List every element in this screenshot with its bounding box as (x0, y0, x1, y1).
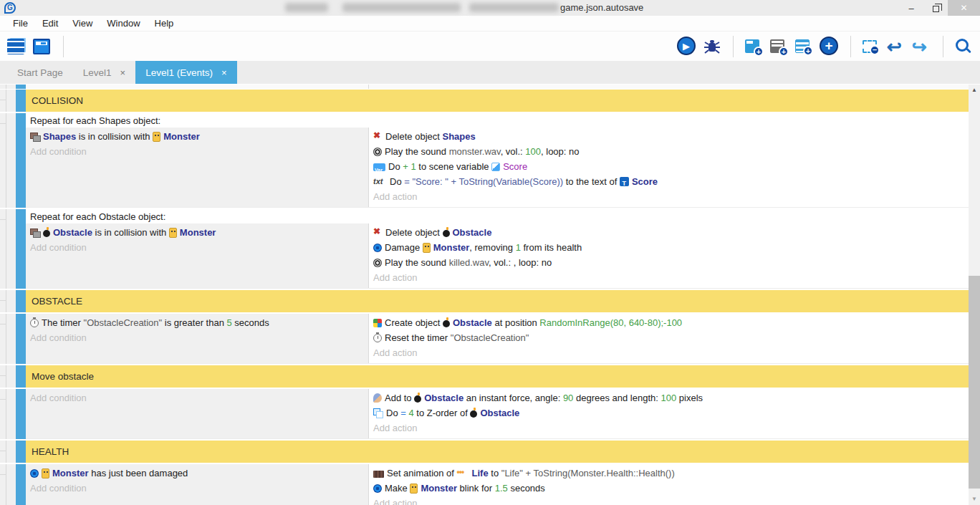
action-line[interactable]: Reset the timer "ObstacleCreation" (369, 330, 969, 345)
condition-line[interactable]: The timer "ObstacleCreation" is greater … (26, 315, 368, 330)
event-group-header[interactable]: OBSTACLE (26, 290, 969, 312)
play-icon[interactable]: ▶ (677, 37, 697, 57)
timer-icon (373, 334, 382, 342)
menu-edit[interactable]: Edit (35, 18, 65, 29)
undo-icon[interactable]: ↩ (887, 37, 907, 57)
scroll-down-icon[interactable]: ▼ (969, 494, 980, 505)
condition-line[interactable]: Obstacle is in collision with Monster (26, 225, 368, 240)
tree-rail (0, 113, 16, 208)
text-segment: to Z-order of (414, 408, 471, 418)
project-manager-glyph (7, 39, 24, 54)
action-line[interactable]: Create object Obstacle at position Rando… (369, 315, 969, 330)
repeat-header[interactable]: Repeat for each Shapes object: (26, 113, 969, 128)
action-line[interactable]: Damage Monster, removing 1 from its heal… (369, 240, 969, 255)
text-segment: Play the sound (385, 146, 449, 157)
event-columns: Obstacle is in collision with MonsterAdd… (26, 223, 969, 288)
monster-icon (153, 132, 160, 142)
add-condition-button[interactable]: Add condition (26, 144, 368, 159)
sound-icon (373, 148, 382, 156)
vertical-scrollbar[interactable]: ▲ ▼ (969, 85, 980, 505)
restore-icon[interactable] (923, 0, 948, 16)
toolbar-separator (733, 36, 734, 57)
action-line[interactable]: Do = 4 to Z-order of Obstacle (369, 405, 969, 420)
action-line[interactable]: Do + 1 to scene variable Score (369, 159, 969, 174)
add-action-button[interactable]: Add action (369, 270, 969, 285)
tree-rail (0, 365, 16, 388)
event-columns: Monster has just been damagedAdd conditi… (26, 464, 969, 505)
tab-level1[interactable]: Level1 × (73, 61, 135, 84)
repeat-header[interactable]: Repeat for each Obstacle object: (26, 209, 969, 223)
tab-start-page[interactable]: Start Page (7, 61, 73, 84)
add-circle-icon[interactable]: + (820, 37, 840, 57)
text-segment: Reset the timer (385, 332, 451, 343)
plus-badge-icon: + (779, 47, 789, 57)
add-condition-button[interactable]: Add condition (26, 240, 368, 255)
action-line[interactable]: Delete object Shapes (369, 129, 969, 144)
text-segment: Monster (433, 242, 470, 253)
event-group-header[interactable]: HEALTH (26, 441, 969, 463)
text-segment: + 1 (403, 161, 415, 172)
remove-selection-icon[interactable]: – (862, 37, 882, 57)
menu-help[interactable]: Help (148, 18, 181, 29)
monster-icon (410, 484, 418, 494)
title-redacted-block (285, 3, 328, 12)
health-icon (373, 244, 382, 252)
event-group-header[interactable]: Move obstacle (26, 365, 969, 388)
text-segment: is in collision with (76, 131, 153, 142)
action-line[interactable]: Make Monster blink for 1.5 seconds (369, 481, 969, 496)
text-segment: 100 (661, 393, 677, 403)
tab-close-icon[interactable]: × (120, 67, 126, 78)
menu-view[interactable]: View (65, 18, 100, 29)
close-icon[interactable]: ✕ (948, 0, 980, 16)
event-group-header[interactable]: COLLISION (26, 90, 969, 112)
actions-column: Delete object ObstacleDamage Monster, re… (369, 223, 969, 288)
search-icon[interactable] (954, 37, 974, 57)
action-line[interactable]: Set animation of Life to "Life" + ToStri… (369, 466, 969, 481)
event-selection-bar (16, 113, 26, 208)
project-manager-icon[interactable] (6, 37, 26, 57)
bomb-icon (43, 230, 50, 237)
scene-editor-icon[interactable] (32, 37, 52, 57)
minimize-icon[interactable]: – (899, 0, 923, 16)
scroll-up-icon[interactable]: ▲ (969, 85, 980, 96)
text-segment: Life (472, 468, 489, 478)
collision-icon (30, 132, 40, 141)
tree-rail (0, 85, 16, 89)
text-object-icon (620, 177, 629, 186)
add-action-button[interactable]: Add action (369, 496, 969, 505)
text-segment: "ObstacleCreation" (84, 317, 163, 328)
add-condition-button[interactable]: Add condition (26, 390, 368, 405)
toolbar-separator (943, 36, 943, 57)
scrollbar-thumb[interactable] (969, 276, 980, 489)
text-segment: 1 (516, 242, 521, 253)
text-segment: to the text of (563, 176, 620, 187)
condition-line[interactable]: Monster has just been damaged (26, 466, 368, 481)
event-selection-bar (16, 209, 26, 289)
tab-close-icon[interactable]: × (221, 67, 227, 78)
text-segment: 90 (563, 393, 573, 403)
menu-file[interactable]: File (6, 18, 35, 29)
tab-level1-events[interactable]: Level1 (Events) × (135, 61, 236, 84)
actions-column: Create object Obstacle at position Rando… (369, 314, 969, 363)
action-line[interactable]: Delete object Obstacle (369, 225, 969, 240)
event-sheet: COLLISIONRepeat for each Shapes object:S… (0, 85, 969, 505)
add-comment-icon[interactable]: + (794, 37, 815, 57)
debug-icon[interactable] (702, 37, 722, 57)
action-line[interactable]: Play the sound monster.wav, vol.: 100, l… (369, 144, 969, 159)
add-event-glyph: + (745, 39, 759, 53)
add-action-button[interactable]: Add action (369, 189, 969, 204)
action-line[interactable]: Add to Obstacle an instant force, angle:… (369, 390, 969, 405)
add-condition-button[interactable]: Add condition (26, 330, 368, 345)
action-line[interactable]: Play the sound killed.wav, vol.: , loop:… (369, 255, 969, 270)
add-action-button[interactable]: Add action (369, 345, 969, 360)
event-group: HEALTH (0, 441, 969, 463)
menu-window[interactable]: Window (100, 18, 147, 29)
add-subevent-icon[interactable]: + (769, 37, 789, 57)
text-segment: Set animation of (387, 468, 457, 478)
add-action-button[interactable]: Add action (369, 420, 969, 436)
action-line[interactable]: Do = "Score: " + ToString(Variable(Score… (369, 174, 969, 189)
add-event-icon[interactable]: + (744, 37, 764, 57)
condition-line[interactable]: Shapes is in collision with Monster (26, 129, 368, 144)
add-condition-button[interactable]: Add condition (26, 481, 368, 496)
redo-icon[interactable]: ↪ (912, 37, 932, 57)
